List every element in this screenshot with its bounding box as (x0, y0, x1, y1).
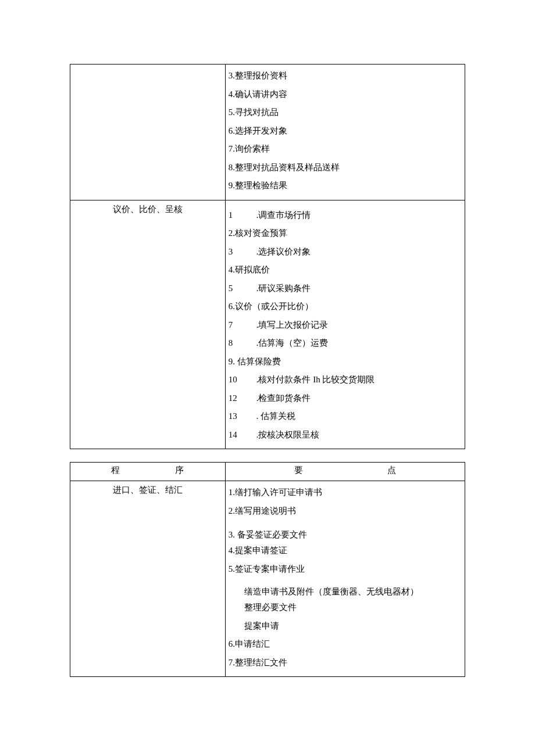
header-right: 要点 (225, 463, 465, 481)
list-item: 3.选择议价对象 (228, 243, 462, 261)
list-item: 5.签证专案申请作业 (228, 560, 462, 579)
list-item: 5.研议采购条件 (228, 280, 462, 298)
cell-right: 3.整理报价资料 4.确认请讲内容 5.寻找对抗品 6.选择开发对象 7.询价索… (225, 65, 465, 200)
list-item: 4.确认请讲内容 (228, 85, 462, 104)
list-item: 8.整理对抗品资料及样品送样 (228, 159, 462, 177)
item-text: .缮打输入许可证申请书 (233, 488, 322, 497)
list-item: 3. 备妥签证必要文件 (228, 526, 462, 544)
item-text: .议价（或公开比价） (233, 302, 313, 311)
item-num: 10 (229, 371, 256, 389)
table-2: 程序 要点 进口、签证、结汇 1.缮打输入许可证申请书 2.缮写用途说明书 3.… (70, 462, 465, 677)
list-item: 8.估算海（空）运费 (228, 334, 462, 353)
list-item: 12.检查卸货条件 (228, 389, 462, 408)
sub-item: 缮造申请书及附件（度量衡器、无线电器材） (228, 583, 462, 601)
list-item: 6.议价（或公开比价） (228, 298, 462, 316)
sub-text: 整理必要文件 (244, 603, 297, 612)
item-text: .申请结汇 (233, 639, 270, 648)
item-text: .按核决权限呈核 (256, 430, 320, 439)
item-num: 8 (229, 334, 256, 353)
list-item: 1.缮打输入许可证申请书 (228, 483, 462, 502)
item-text: .整理检验结果 (233, 181, 287, 190)
item-text: . 估算关税 (256, 411, 296, 421)
cell-left: 议价、比价、呈核 (70, 200, 226, 449)
list-item: 2.缮写用途说明书 (228, 502, 462, 521)
list-item: 9. 估算保险费 (228, 353, 462, 371)
item-num: 14 (229, 426, 256, 445)
list-item: 7.询价索样 (228, 140, 462, 159)
sub-text: 缮造申请书及附件（度量衡器、无线电器材） (244, 587, 419, 596)
list-item: 4.提案申请签证 (228, 544, 462, 557)
item-text: . 估算保险费 (233, 357, 281, 366)
list-item: 2.核对资金预算 (228, 224, 462, 243)
cell-left (70, 65, 226, 200)
cell-right: 1.调查市场行情 2.核对资金预算 3.选择议价对象 4.研拟底价 5.研议采购… (225, 200, 465, 449)
hdr-char: 要 (294, 465, 303, 475)
list-item: 13. 估算关税 (228, 407, 462, 426)
list-item: 10.核对付款条件 Ih 比较交货期限 (228, 371, 462, 389)
item-text: .提案申请签证 (233, 546, 287, 555)
item-text: .询价索样 (233, 144, 270, 153)
item-text: .寻找对抗品 (233, 108, 279, 117)
item-text: .选择议价对象 (256, 247, 311, 256)
list-item: 7.整理结汇文件 (228, 654, 462, 672)
cell-left: 进口、签证、结汇 (70, 481, 226, 677)
item-text: .整理结汇文件 (233, 658, 287, 667)
item-text: .调查市场行情 (256, 210, 311, 220)
item-text: . 备妥签证必要文件 (233, 530, 307, 539)
item-text: .核对付款条件 Ih 比较交货期限 (256, 375, 375, 384)
cell-right: 1.缮打输入许可证申请书 2.缮写用途说明书 3. 备妥签证必要文件 4.提案申… (225, 481, 465, 677)
item-num: 13 (229, 407, 256, 426)
hdr-char: 程 (111, 465, 120, 475)
item-text: .整理对抗品资料及样品送样 (233, 163, 340, 172)
item-num: 3 (229, 243, 256, 261)
table-row: 3.整理报价资料 4.确认请讲内容 5.寻找对抗品 6.选择开发对象 7.询价索… (70, 65, 465, 200)
item-text: .研议采购条件 (256, 284, 311, 293)
hdr-char: 序 (175, 465, 184, 475)
item-text: .整理报价资料 (233, 71, 287, 80)
item-num: 5 (229, 280, 256, 298)
list-item: 6.申请结汇 (228, 635, 462, 654)
sub-item: 整理必要文件 (228, 601, 462, 614)
item-num: 7 (229, 316, 256, 335)
header-left: 程序 (70, 463, 226, 481)
item-text: .填写上次报价记录 (256, 320, 329, 329)
sub-item: 提案申请 (228, 617, 462, 636)
hdr-char: 点 (387, 465, 396, 475)
table-row: 议价、比价、呈核 1.调查市场行情 2.核对资金预算 3.选择议价对象 4.研拟… (70, 200, 465, 449)
item-text: .确认请讲内容 (233, 89, 287, 99)
item-num: 1 (229, 206, 256, 225)
item-text: .研拟底价 (233, 265, 270, 274)
table-1: 3.整理报价资料 4.确认请讲内容 5.寻找对抗品 6.选择开发对象 7.询价索… (70, 64, 465, 449)
item-text: .核对资金预算 (233, 228, 287, 238)
item-text: .估算海（空）运费 (256, 338, 329, 347)
item-text: .缮写用途说明书 (233, 506, 296, 515)
table-header-row: 程序 要点 (70, 463, 465, 481)
list-item: 5.寻找对抗品 (228, 103, 462, 122)
sub-text: 提案申请 (244, 621, 279, 630)
list-item: 9.整理检验结果 (228, 177, 462, 195)
list-item: 3.整理报价资料 (228, 67, 462, 85)
item-num: 12 (229, 389, 256, 408)
list-item: 7.填写上次报价记录 (228, 316, 462, 335)
item-text: .签证专案申请作业 (233, 564, 305, 574)
table-row: 进口、签证、结汇 1.缮打输入许可证申请书 2.缮写用途说明书 3. 备妥签证必… (70, 481, 465, 677)
row-title: 进口、签证、结汇 (113, 485, 183, 495)
item-text: .检查卸货条件 (256, 393, 311, 403)
list-item: 4.研拟底价 (228, 261, 462, 280)
list-item: 1.调查市场行情 (228, 206, 462, 225)
list-item: 14.按核决权限呈核 (228, 426, 462, 445)
item-text: .选择开发对象 (233, 126, 287, 135)
list-item: 6.选择开发对象 (228, 122, 462, 141)
row-title: 议价、比价、呈核 (113, 205, 183, 214)
